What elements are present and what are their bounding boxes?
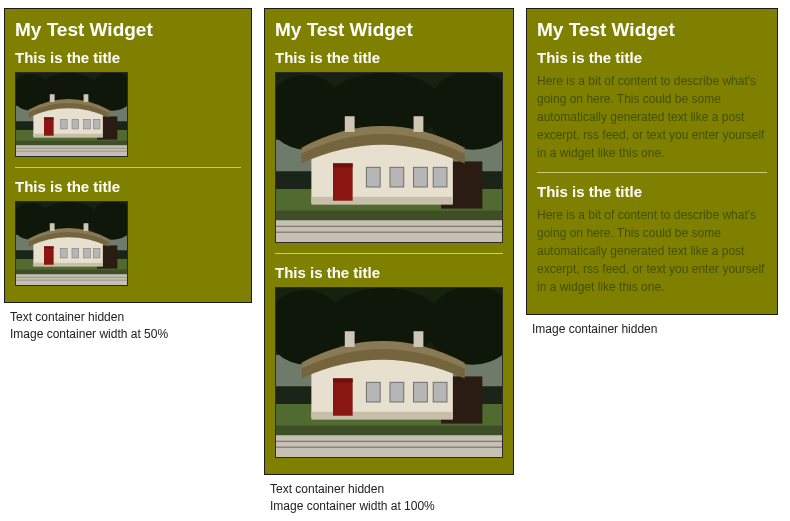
image-container-100 [275,72,503,243]
widget-column-3: My Test Widget This is the title Here is… [526,8,778,338]
divider [537,172,767,173]
divider [275,253,503,254]
widget-column-1: My Test Widget This is the title This is… [4,8,252,343]
cottage-image [275,72,503,243]
widget-3: My Test Widget This is the title Here is… [526,8,778,315]
image-container-50 [15,72,128,157]
widget-header: My Test Widget [275,19,503,41]
item-title: This is the title [537,183,767,200]
item-title: This is the title [275,49,503,66]
item-title: This is the title [15,49,241,66]
widget-header: My Test Widget [537,19,767,41]
caption-line: Text container hidden [270,481,514,498]
caption: Text container hidden Image container wi… [270,481,514,515]
item-title: This is the title [537,49,767,66]
widget-1: My Test Widget This is the title This is… [4,8,252,303]
cottage-image [275,287,503,458]
caption: Text container hidden Image container wi… [10,309,252,343]
caption-line: Image container hidden [532,321,778,338]
caption-line: Text container hidden [10,309,252,326]
widget-column-2: My Test Widget This is the title This is… [264,8,514,515]
image-container-100 [275,287,503,458]
caption-line: Image container width at 50% [10,326,252,343]
image-container-50 [15,201,128,286]
caption: Image container hidden [532,321,778,338]
cottage-image [15,72,128,157]
caption-line: Image container width at 100% [270,498,514,515]
item-body: Here is a bit of content to describe wha… [537,206,767,296]
divider [15,167,241,168]
item-body: Here is a bit of content to describe wha… [537,72,767,162]
widget-2: My Test Widget This is the title This is… [264,8,514,475]
item-title: This is the title [15,178,241,195]
cottage-image [15,201,128,286]
item-title: This is the title [275,264,503,281]
widget-header: My Test Widget [15,19,241,41]
